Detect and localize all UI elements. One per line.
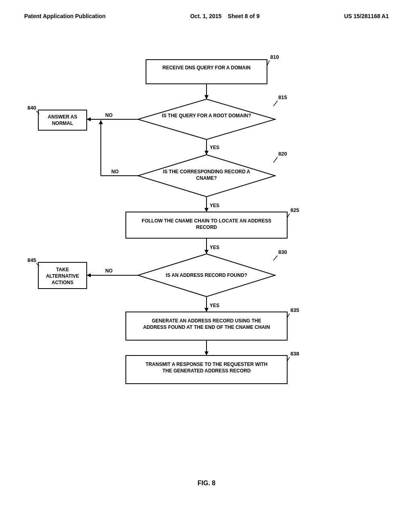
svg-text:FOLLOW THE CNAME CHAIN TO LOCA: FOLLOW THE CNAME CHAIN TO LOCATE AN ADDR… <box>142 218 271 224</box>
svg-text:YES: YES <box>210 303 219 308</box>
svg-marker-39 <box>204 250 209 254</box>
svg-text:ALTERNATIVE: ALTERNATIVE <box>46 273 79 279</box>
svg-text:ADDRESS FOUND AT THE END OF TH: ADDRESS FOUND AT THE END OF THE CNAME CH… <box>143 324 270 330</box>
svg-text:TRANSMIT A RESPONSE TO THE REQ: TRANSMIT A RESPONSE TO THE REQUESTER WIT… <box>146 362 267 367</box>
diagram-container: RECEIVE DNS QUERY FOR A DOMAIN 810 IS TH… <box>0 27 413 503</box>
header-center-date: Oct. 1, 2015 Sheet 8 of 9 <box>190 13 259 19</box>
flowchart-svg: RECEIVE DNS QUERY FOR A DOMAIN 810 IS TH… <box>0 27 413 503</box>
svg-text:838: 838 <box>290 351 299 357</box>
svg-text:THE GENERATED ADDRESS RECORD: THE GENERATED ADDRESS RECORD <box>163 368 251 374</box>
svg-text:GENERATE AN ADDRESS RECORD USI: GENERATE AN ADDRESS RECORD USING THE <box>152 318 261 324</box>
svg-text:YES: YES <box>210 203 219 208</box>
svg-rect-13 <box>38 110 87 130</box>
page-header: Patent Application Publication Oct. 1, 2… <box>0 0 413 19</box>
svg-marker-31 <box>204 208 209 212</box>
svg-text:IS THE CORRESPONDING RECORD A: IS THE CORRESPONDING RECORD A <box>163 169 250 175</box>
svg-text:835: 835 <box>290 307 299 313</box>
svg-text:YES: YES <box>210 145 219 150</box>
svg-marker-5 <box>204 95 209 99</box>
svg-line-9 <box>273 101 277 106</box>
svg-text:IS AN ADDRESS RECORD FOUND?: IS AN ADDRESS RECORD FOUND? <box>166 272 247 278</box>
svg-text:TAKE: TAKE <box>56 267 69 272</box>
svg-marker-63 <box>204 351 209 355</box>
svg-text:830: 830 <box>278 249 287 255</box>
svg-text:YES: YES <box>210 245 219 250</box>
header-right: US 15/281168 A1 <box>344 13 389 19</box>
svg-marker-28 <box>99 120 103 124</box>
svg-marker-55 <box>204 308 209 312</box>
svg-text:810: 810 <box>270 54 279 60</box>
svg-text:RECORD: RECORD <box>196 224 217 230</box>
svg-text:ACTIONS: ACTIONS <box>52 280 73 285</box>
svg-text:845: 845 <box>27 257 36 263</box>
svg-marker-11 <box>87 117 91 121</box>
svg-text:NO: NO <box>111 169 119 175</box>
svg-line-25 <box>273 157 277 162</box>
svg-rect-0 <box>146 60 267 84</box>
svg-text:820: 820 <box>278 151 287 157</box>
svg-marker-19 <box>204 151 209 155</box>
svg-text:NORMAL: NORMAL <box>52 121 73 126</box>
svg-text:ANSWER AS: ANSWER AS <box>48 114 77 120</box>
header-left: Patent Application Publication <box>24 13 106 19</box>
svg-text:NO: NO <box>105 268 113 274</box>
svg-text:840: 840 <box>27 105 36 111</box>
svg-text:825: 825 <box>290 207 299 213</box>
svg-line-44 <box>273 256 277 260</box>
svg-text:NO: NO <box>105 112 113 118</box>
svg-text:IS THE QUERY FOR A ROOT DOMAIN: IS THE QUERY FOR A ROOT DOMAIN? <box>162 113 251 118</box>
svg-text:RECEIVE DNS QUERY FOR A DOMAIN: RECEIVE DNS QUERY FOR A DOMAIN <box>163 65 250 71</box>
svg-text:815: 815 <box>278 94 287 100</box>
svg-text:CNAME?: CNAME? <box>196 175 217 181</box>
svg-marker-6 <box>138 99 275 139</box>
figure-label: FIG. 8 <box>0 480 413 487</box>
svg-marker-46 <box>87 273 91 277</box>
